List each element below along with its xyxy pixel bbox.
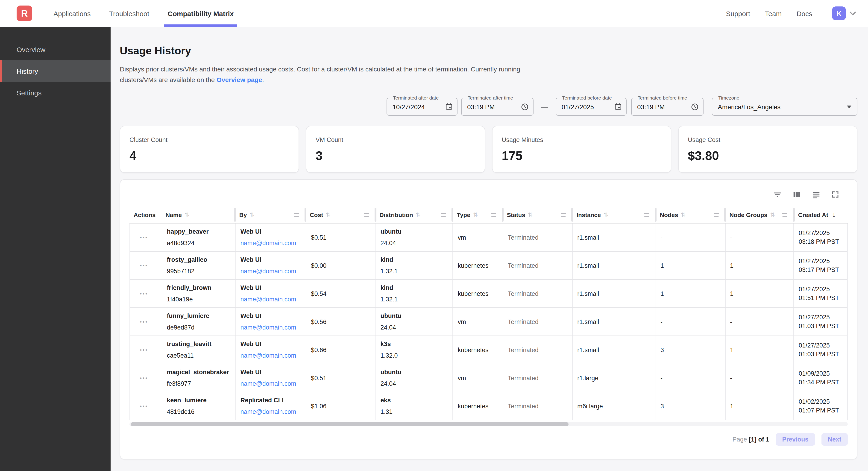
instance-value: r1.small [577, 317, 652, 326]
cell-name: happy_beaver a48d9324 [162, 224, 236, 251]
row-actions-button[interactable]: ••• [140, 347, 148, 353]
sort-icon[interactable]: ⇅ [250, 211, 254, 218]
description-line2: clusters/VMs are available on the [120, 76, 217, 83]
table-column-header[interactable]: Nodes ⇅ [656, 206, 725, 223]
brand-logo[interactable]: R [17, 5, 32, 21]
clock-icon[interactable] [691, 102, 699, 111]
node-groups-value: 1 [730, 346, 790, 354]
stats-row: Cluster Count 4 VM Count 3 Usage Minutes… [120, 126, 858, 173]
sort-icon[interactable]: ⇅ [326, 211, 331, 218]
cell-instance: m6i.large [572, 392, 655, 420]
sort-icon[interactable]: ⇅ [473, 211, 478, 218]
filter-icon[interactable] [773, 190, 782, 199]
table-row: ••• frosty_galileo 995b7182 Web UI name@… [130, 252, 847, 280]
column-menu-icon[interactable] [561, 213, 566, 216]
table-column-header[interactable]: Actions [129, 206, 161, 223]
nav-link-support[interactable]: Support [726, 9, 750, 17]
by-email-link[interactable]: name@domain.com [241, 295, 302, 304]
column-menu-icon[interactable] [491, 213, 496, 216]
sidebar-item-overview[interactable]: Overview [0, 39, 111, 60]
cell-node-groups: - [725, 224, 794, 251]
next-button[interactable]: Next [821, 433, 848, 446]
calendar-icon[interactable] [614, 103, 622, 111]
terminated-after-date-input[interactable]: Terminated after date 10/27/2024 [386, 98, 458, 116]
cell-cost: $0.51 [306, 364, 375, 392]
table-column-header[interactable]: Status ⇅ [503, 206, 572, 223]
sort-icon[interactable]: ⇅ [603, 211, 608, 218]
stat-card-cluster-count: Cluster Count 4 [120, 126, 299, 173]
table-column-header[interactable]: By ⇅ [235, 206, 306, 223]
by-email-link[interactable]: name@domain.com [241, 267, 302, 275]
overview-page-link[interactable]: Overview page [217, 76, 262, 83]
type-value: vm [458, 374, 499, 382]
columns-icon[interactable] [793, 190, 801, 199]
sidebar-item-settings[interactable]: Settings [0, 82, 111, 104]
timezone-value[interactable]: America/Los_Angeles [718, 103, 844, 110]
cell-nodes: - [655, 224, 725, 251]
column-menu-icon[interactable] [441, 213, 446, 216]
table-column-header[interactable]: Distribution ⇅ [375, 206, 453, 223]
terminated-after-time-value[interactable]: 03:19 PM [467, 103, 518, 110]
row-actions-button[interactable]: ••• [140, 375, 148, 381]
previous-button[interactable]: Previous [776, 433, 815, 446]
table-column-header[interactable]: Created At ↓ [794, 206, 848, 223]
fullscreen-icon[interactable] [831, 190, 839, 199]
terminated-after-time-input[interactable]: Terminated after time 03:19 PM [461, 98, 533, 116]
cell-distribution: ubuntu 24.04 [375, 364, 453, 392]
cluster-id: a48d9324 [167, 239, 232, 247]
nav-link-docs[interactable]: Docs [797, 9, 812, 17]
row-actions-button[interactable]: ••• [140, 235, 148, 240]
nav-item-compatibility-matrix[interactable]: Compatibility Matrix [158, 0, 243, 27]
table-column-header[interactable]: Cost ⇅ [306, 206, 375, 223]
scrollbar-thumb[interactable] [131, 422, 568, 426]
select-arrow-icon[interactable] [847, 105, 853, 108]
cluster-name: friendly_brown [167, 284, 232, 292]
column-menu-icon[interactable] [714, 213, 719, 216]
by-email-link[interactable]: name@domain.com [241, 407, 302, 416]
row-actions-button[interactable]: ••• [140, 263, 148, 268]
table-column-header[interactable]: Instance ⇅ [572, 206, 656, 223]
terminated-before-time-input[interactable]: Terminated before time 03:19 PM [631, 98, 704, 116]
sidebar: Overview History Settings [0, 27, 111, 471]
by-email-link[interactable]: name@domain.com [241, 379, 302, 388]
table-column-header[interactable]: Node Groups ⇅ [725, 206, 794, 223]
calendar-icon[interactable] [445, 103, 453, 111]
row-actions-button[interactable]: ••• [140, 319, 148, 324]
table-column-header[interactable]: Name ⇅ [161, 206, 235, 223]
nodes-value: 3 [660, 346, 721, 354]
sort-icon[interactable]: ⇅ [528, 211, 533, 218]
column-menu-icon[interactable] [364, 213, 369, 216]
row-actions-button[interactable]: ••• [140, 403, 148, 409]
terminated-before-date-input[interactable]: Terminated before date 01/27/2025 [556, 98, 627, 116]
column-menu-icon[interactable] [644, 213, 649, 216]
by-email-link[interactable]: name@domain.com [241, 351, 302, 360]
terminated-after-date-value[interactable]: 10/27/2024 [393, 103, 442, 110]
timezone-select[interactable]: Timezone America/Los_Angeles [712, 98, 858, 116]
nav-item-troubleshoot[interactable]: Troubleshoot [100, 0, 158, 27]
clock-icon[interactable] [521, 102, 529, 111]
nav-link-team[interactable]: Team [765, 9, 782, 17]
density-icon[interactable] [812, 190, 820, 199]
nav-item-applications[interactable]: Applications [44, 0, 100, 27]
row-actions-button[interactable]: ••• [140, 291, 148, 296]
by-email-link[interactable]: name@domain.com [241, 239, 302, 247]
sort-icon[interactable]: ⇅ [770, 211, 775, 218]
table-column-header[interactable]: Type ⇅ [453, 206, 503, 223]
stat-value: 175 [502, 149, 661, 163]
sort-icon[interactable]: ↓ [831, 211, 836, 218]
usage-table: Actions Name ⇅ By ⇅ Cost ⇅ Distribution … [129, 206, 848, 446]
column-menu-icon[interactable] [294, 213, 299, 216]
terminated-before-time-value[interactable]: 03:19 PM [637, 103, 688, 110]
column-menu-icon[interactable] [782, 213, 787, 216]
by-email-link[interactable]: name@domain.com [241, 323, 302, 332]
sort-icon[interactable]: ⇅ [681, 211, 686, 218]
sort-icon[interactable]: ⇅ [416, 211, 421, 218]
chevron-down-icon[interactable] [849, 11, 856, 16]
description-line1: Displays prior clusters/VMs and their as… [120, 65, 520, 73]
sidebar-item-history[interactable]: History [0, 60, 111, 82]
user-avatar[interactable]: K [832, 6, 846, 20]
cell-distribution: kind 1.32.1 [375, 280, 453, 307]
stat-label: VM Count [316, 137, 475, 143]
terminated-before-date-value[interactable]: 01/27/2025 [562, 103, 611, 110]
sort-icon[interactable]: ⇅ [185, 211, 189, 218]
